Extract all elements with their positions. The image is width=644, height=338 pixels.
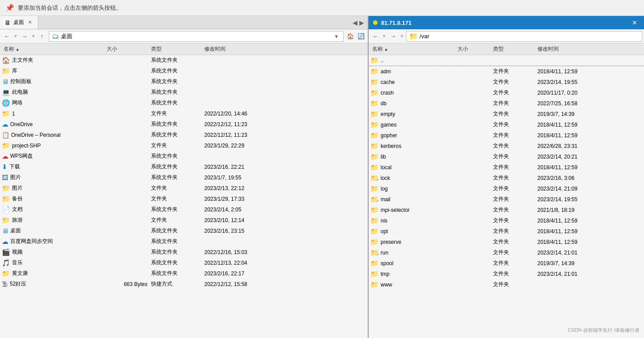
file-type-cell: 系统文件夹 (151, 78, 204, 85)
table-row[interactable]: 📁 preserve 文件夹 2018/4/11, 12:59 (369, 237, 644, 247)
table-row[interactable]: 🎬 视频 系统文件夹 2022/12/16, 15:03 (0, 247, 368, 258)
file-type-cell: 系统文件夹 (151, 227, 204, 235)
file-type-cell: 文件夹 (493, 249, 537, 256)
right-header-modified[interactable]: 修改时间 (537, 44, 644, 55)
file-name-cell: 🏠 主文件夹 (0, 56, 107, 64)
file-modified-cell: 2023/2/16, 23:15 (204, 228, 368, 234)
left-tab-desktop[interactable]: 🖥 桌面 ✕ (0, 16, 38, 29)
file-name-cell: 📁↗ lock (369, 174, 457, 182)
table-row[interactable]: 📁 1 文件夹 2022/12/20, 14:46 (0, 108, 368, 119)
right-forward-button[interactable]: → (388, 32, 398, 41)
file-name-cell: 📁 tmp (369, 270, 457, 278)
table-row[interactable]: 📁 log 文件夹 2023/2/14, 21:09 (369, 183, 644, 194)
left-home-btn[interactable]: 🏠 (346, 32, 355, 41)
table-row[interactable]: 📁 crash 文件夹 2020/11/17, 0:20 (369, 87, 644, 98)
table-row[interactable]: 💻 此电脑 系统文件夹 (0, 87, 368, 98)
file-type-cell: 系统文件夹 (151, 163, 204, 171)
table-row[interactable]: 📁 local 文件夹 2018/4/11, 12:59 (369, 162, 644, 173)
left-header-modified[interactable]: 修改时间 (204, 44, 368, 55)
left-nav-right-arrow[interactable]: ▶ (359, 19, 364, 26)
table-row[interactable]: 📁↗ mail 文件夹 2023/2/14, 19:55 (369, 194, 644, 205)
table-row[interactable]: 📁 mpi-selector 文件夹 2021/1/8, 18:19 (369, 205, 644, 215)
table-row[interactable]: 📁 cache 文件夹 2023/2/14, 19:55 (369, 77, 644, 87)
left-nav-left-arrow[interactable]: ◀ (353, 19, 358, 26)
left-address-input[interactable]: 🗂 桌面 ▼ (49, 31, 344, 42)
table-row[interactable]: 📁 库 系统文件夹 (0, 66, 368, 76)
right-address-bar: ← ▼ → ▼ 📁 /var (369, 29, 644, 44)
file-type-cell: 文件夹 (493, 68, 537, 75)
left-back-separator: ▼ (13, 34, 18, 39)
file-name-cell: 📁 lib (369, 153, 457, 161)
left-refresh-btn[interactable]: 🔄 (356, 32, 366, 41)
file-type-cell: 文件夹 (493, 99, 537, 107)
table-row[interactable]: 🗜 52好压 663 Bytes 快捷方式 2022/12/12, 15:58 (0, 279, 368, 290)
file-name-cell: 📁 黄文康 (0, 270, 107, 278)
table-row[interactable]: 📄 文档 系统文件夹 2023/2/14, 2:05 (0, 204, 368, 215)
file-name-cell: 📁 adm (369, 68, 457, 76)
table-row[interactable]: 🎵 音乐 系统文件夹 2022/12/13, 22:04 (0, 258, 368, 268)
left-forward-button[interactable]: → (20, 32, 29, 41)
right-back-button[interactable]: ← (370, 32, 380, 41)
table-row[interactable]: 📁 www 文件夹 (369, 279, 644, 290)
file-modified-cell: 2022/7/25, 16:58 (537, 100, 644, 107)
table-row[interactable]: 📁 旅游 文件夹 2023/2/10, 12:14 (0, 215, 368, 226)
table-row[interactable]: 📁 黄文康 系统文件夹 2023/2/16, 22:17 (0, 268, 368, 279)
file-name-cell: 💻 此电脑 (0, 88, 107, 96)
file-name-cell: 📁 cache (369, 78, 457, 86)
left-tab-label: 桌面 (13, 19, 24, 26)
table-row[interactable]: 🖥 控制面板 系统文件夹 (0, 76, 368, 87)
table-row[interactable]: 📁↗ lock 文件夹 2023/2/16, 3:06 (369, 173, 644, 183)
right-header-type[interactable]: 类型 (493, 44, 537, 55)
file-modified-cell: 2023/2/14, 20:21 (537, 154, 644, 160)
table-row[interactable]: 📁 project-SHP 文件夹 2023/1/29, 22:29 (0, 140, 368, 151)
table-row[interactable]: 📁 tmp 文件夹 2023/2/14, 21:01 (369, 269, 644, 279)
right-title-close[interactable]: ✕ (630, 19, 640, 27)
file-modified-cell: 2018/4/11, 12:59 (537, 132, 644, 139)
table-row[interactable]: 🖼 图片 系统文件夹 2023/1/7, 19:55 (0, 172, 368, 183)
left-address-bar: ← ▼ → ▼ ↑ 🗂 桌面 ▼ 🏠 🔄 (0, 29, 368, 44)
table-row[interactable]: 📁 empty 文件夹 2019/3/7, 14:39 (369, 109, 644, 119)
left-header-size[interactable]: 大小 (107, 44, 151, 55)
left-tab-close[interactable]: ✕ (27, 19, 33, 26)
right-title-dot (373, 20, 378, 25)
file-name-cell: 📁 local (369, 163, 457, 171)
file-type-cell: 文件夹 (493, 227, 537, 235)
table-row[interactable]: 📁 备份 文件夹 2023/1/29, 17:33 (0, 194, 368, 204)
file-modified-cell: 2022/6/28, 23:31 (537, 143, 644, 149)
table-row[interactable]: ☁ 百度网盘同步空间 系统文件夹 (0, 236, 368, 247)
file-name-cell: 📁 log (369, 185, 457, 193)
table-row[interactable]: ☁ OneDrive 系统文件夹 2022/12/12, 11:23 (0, 119, 368, 130)
table-row[interactable]: ⬇ 下载 系统文件夹 2023/2/16, 22:21 (0, 162, 368, 172)
table-row[interactable]: 📁 opt 文件夹 2018/4/11, 12:59 (369, 226, 644, 237)
table-row[interactable]: 📁 kerberos 文件夹 2022/6/28, 23:31 (369, 141, 644, 151)
table-row[interactable]: 📁 gopher 文件夹 2018/4/11, 12:59 (369, 130, 644, 141)
table-row[interactable]: 📁 db 文件夹 2022/7/25, 16:58 (369, 98, 644, 109)
file-name-cell: 📁↗ run (369, 249, 457, 257)
file-modified-cell: 2023/1/7, 19:55 (204, 175, 368, 181)
table-row[interactable]: 📁 nis 文件夹 2018/4/11, 12:59 (369, 215, 644, 226)
left-back-button[interactable]: ← (2, 32, 12, 41)
right-header-size[interactable]: 大小 (457, 44, 493, 55)
left-header-type[interactable]: 类型 (151, 44, 204, 55)
file-modified-cell: 2023/2/14, 21:01 (537, 250, 644, 256)
table-row[interactable]: 🏠 主文件夹 系统文件夹 (0, 55, 368, 66)
table-row[interactable]: 🖥 桌面 系统文件夹 2023/2/16, 23:15 (0, 226, 368, 236)
table-row[interactable]: ☁ WPS网盘 系统文件夹 (0, 151, 368, 162)
table-row[interactable]: 📁 .. (369, 55, 644, 66)
left-up-button[interactable]: ↑ (37, 32, 47, 41)
table-row[interactable]: 📁 adm 文件夹 2018/4/11, 12:59 (369, 66, 644, 77)
right-header-name[interactable]: 名称 ▲ (369, 44, 457, 55)
table-row[interactable]: 📁 图片 文件夹 2023/2/13, 22:12 (0, 183, 368, 194)
table-row[interactable]: 📁 games 文件夹 2018/4/11, 12:59 (369, 119, 644, 130)
table-row[interactable]: 📁 lib 文件夹 2023/2/14, 20:21 (369, 151, 644, 162)
right-address-input[interactable]: 📁 /var (406, 31, 642, 42)
table-row[interactable]: 📁↗ run 文件夹 2023/2/14, 21:01 (369, 247, 644, 258)
file-modified-cell: 2018/4/11, 12:59 (537, 122, 644, 128)
file-modified-cell: 2018/4/11, 12:59 (537, 239, 644, 245)
table-row[interactable]: 📁 spool 文件夹 2019/3/7, 14:39 (369, 258, 644, 269)
table-row[interactable]: 🌐 网络 系统文件夹 (0, 98, 368, 108)
table-row[interactable]: 📋 OneDrive – Personal 系统文件夹 2022/12/12, … (0, 130, 368, 140)
file-modified-cell: 2021/1/8, 18:19 (537, 207, 644, 213)
left-addr-dropdown[interactable]: ▼ (332, 34, 341, 39)
left-header-name[interactable]: 名称 ▲ (0, 44, 107, 55)
